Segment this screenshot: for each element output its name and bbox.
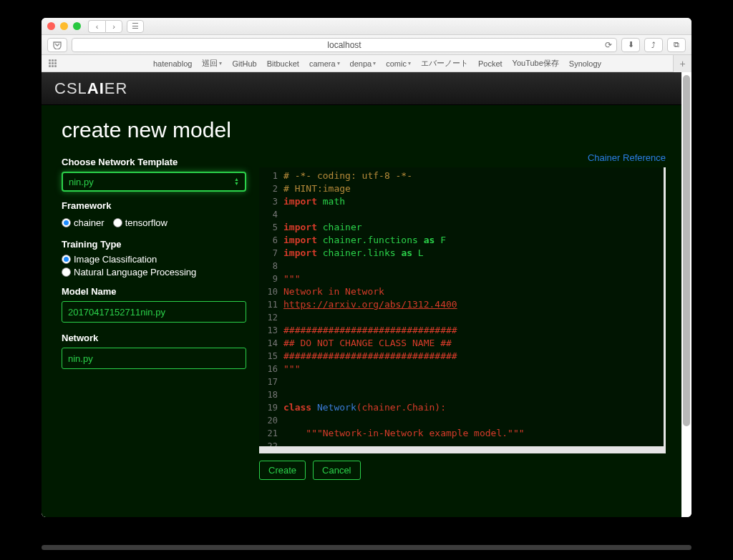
code-content: import chainer [283, 221, 362, 234]
tabs-button[interactable]: ⧉ [667, 38, 686, 52]
line-number: 22 [259, 440, 283, 453]
address-field[interactable]: localhost ⟳ [72, 38, 617, 52]
code-line[interactable]: 17 [259, 375, 664, 388]
code-line[interactable]: 21 """Network-in-Network example model."… [259, 427, 664, 440]
code-line[interactable]: 5import chainer [259, 221, 664, 234]
create-button[interactable]: Create [259, 461, 306, 480]
code-line[interactable]: 3import math [259, 195, 664, 208]
code-line[interactable]: 22 [259, 440, 664, 453]
new-tab-button[interactable]: + [673, 55, 691, 72]
page-body: create new model Choose Network Template… [42, 105, 681, 487]
code-content: import chainer.links as L [283, 247, 424, 260]
code-line[interactable]: 9""" [259, 272, 664, 285]
bookmark-label: hatenablog [153, 59, 192, 68]
sidebar-toggle-button[interactable]: ☰ [127, 20, 144, 33]
close-window-button[interactable] [47, 22, 55, 30]
line-number: 13 [259, 324, 283, 337]
chevron-down-icon: ▾ [408, 60, 411, 67]
line-number: 9 [259, 272, 283, 285]
bookmark-item[interactable]: denpa▾ [350, 58, 377, 69]
select-arrows-icon: ▲▼ [234, 177, 239, 186]
form-left-column: Choose Network Template nin.py ▲▼ Framew… [62, 152, 246, 480]
code-line[interactable]: 6import chainer.functions as F [259, 234, 664, 247]
bookmark-item[interactable]: camera▾ [309, 58, 340, 69]
code-line[interactable]: 16""" [259, 363, 664, 375]
bookmark-label: camera [309, 59, 336, 68]
line-number: 19 [259, 401, 283, 414]
code-line[interactable]: 20 [259, 414, 664, 427]
bookmark-label: Synology [569, 59, 601, 68]
bookmark-item[interactable]: GitHub [232, 58, 256, 69]
code-content: ############################### [283, 324, 457, 337]
code-content: # -*- coding: utf-8 -*- [283, 170, 412, 182]
code-line[interactable]: 2# HINT:image [259, 182, 664, 195]
form-right-column: Chainer Reference 1# -*- coding: utf-8 -… [259, 152, 666, 480]
code-line[interactable]: 8 [259, 260, 664, 272]
radio-option[interactable]: Image Classification [62, 254, 246, 265]
bookmark-label: YouTube保存 [513, 58, 559, 69]
code-line[interactable]: 10Network in Network [259, 285, 664, 298]
code-line[interactable]: 18 [259, 388, 664, 401]
code-content: """Network-in-Network example model.""" [283, 427, 525, 440]
code-content: import chainer.functions as F [283, 234, 446, 247]
code-line[interactable]: 7import chainer.links as L [259, 247, 664, 260]
code-content: """ [283, 272, 300, 285]
cancel-button[interactable]: Cancel [313, 461, 360, 480]
code-line[interactable]: 19class Network(chainer.Chain): [259, 401, 664, 414]
template-select[interactable]: nin.py ▲▼ [62, 172, 246, 192]
share-button[interactable]: ⤴ [644, 38, 663, 52]
network-value: nin.py [68, 353, 93, 364]
radio-option[interactable]: tensorflow [113, 217, 168, 228]
bookmark-item[interactable]: YouTube保存 [513, 58, 559, 69]
pocket-icon[interactable] [47, 38, 67, 52]
bookmark-item[interactable]: 巡回▾ [202, 58, 222, 69]
training-radio-group: Image ClassificationNatural Language Pro… [62, 254, 246, 277]
line-number: 12 [259, 311, 283, 324]
code-line[interactable]: 15############################### [259, 350, 664, 363]
framework-radio-group: chainertensorflow [62, 215, 246, 230]
line-number: 14 [259, 337, 283, 350]
forward-button[interactable]: › [105, 20, 122, 33]
code-content: https://arxiv.org/abs/1312.4400 [283, 298, 457, 311]
back-button[interactable]: ‹ [88, 20, 105, 33]
minimize-window-button[interactable] [60, 22, 68, 30]
page-scrollbar[interactable] [683, 75, 690, 514]
model-name-value: 20170417152711nin.py [68, 307, 165, 318]
code-line[interactable]: 1# -*- coding: utf-8 -*- [259, 170, 664, 182]
page-scrollbar-thumb[interactable] [683, 75, 690, 426]
model-name-input[interactable]: 20170417152711nin.py [62, 301, 246, 323]
code-line[interactable]: 14## DO NOT CHANGE CLASS NAME ## [259, 337, 664, 350]
reference-link[interactable]: Chainer Reference [259, 152, 666, 163]
bookmark-item[interactable]: Pocket [478, 58, 503, 69]
bookmark-item[interactable]: エバーノート [421, 58, 468, 69]
line-number: 5 [259, 221, 283, 234]
radio-option[interactable]: Natural Language Processing [62, 267, 246, 277]
app-header: CSLAIER [42, 72, 681, 105]
code-editor[interactable]: 1# -*- coding: utf-8 -*-2# HINT:image3im… [259, 167, 666, 453]
radio-option[interactable]: chainer [62, 217, 105, 228]
reload-icon[interactable]: ⟳ [605, 40, 612, 50]
bookmark-item[interactable]: Bitbucket [267, 58, 299, 69]
zoom-window-button[interactable] [73, 22, 81, 30]
bookmark-label: Bitbucket [267, 59, 299, 68]
downloads-button[interactable]: ⬇ [621, 38, 640, 52]
bookmark-item[interactable]: comic▾ [386, 58, 411, 69]
code-line[interactable]: 4 [259, 208, 664, 221]
code-line[interactable]: 13############################### [259, 324, 664, 337]
code-line[interactable]: 12 [259, 311, 664, 324]
code-content: ############################### [283, 350, 457, 363]
line-number: 18 [259, 388, 283, 401]
network-input[interactable]: nin.py [62, 348, 246, 369]
bookmark-item[interactable]: Synology [569, 58, 601, 69]
bookmark-label: 巡回 [202, 58, 218, 69]
line-number: 7 [259, 247, 283, 260]
apps-grid-icon[interactable] [49, 59, 60, 68]
window-titlebar: ‹ › ☰ [42, 18, 691, 35]
chevron-down-icon: ▾ [337, 60, 340, 67]
line-number: 15 [259, 350, 283, 363]
label-training-type: Training Type [62, 239, 246, 250]
page-title: create new model [62, 118, 666, 142]
bookmark-item[interactable]: hatenablog [153, 58, 192, 69]
code-line[interactable]: 11https://arxiv.org/abs/1312.4400 [259, 298, 664, 311]
bookmark-label: denpa [350, 59, 372, 68]
